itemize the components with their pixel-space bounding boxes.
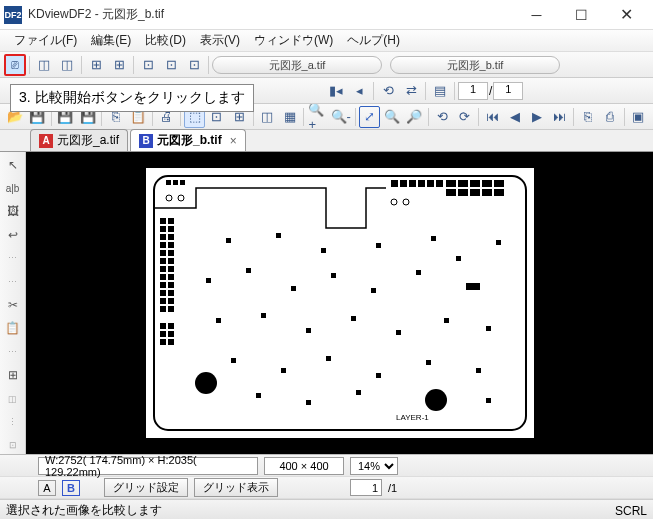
svg-rect-79 bbox=[426, 360, 431, 365]
svg-rect-37 bbox=[168, 266, 174, 272]
tool-icon[interactable]: ⊡ bbox=[137, 54, 159, 76]
tool-icon[interactable]: ⋮ bbox=[3, 413, 23, 430]
badge-a-icon: A bbox=[39, 134, 53, 148]
close-tab-icon[interactable]: × bbox=[230, 134, 237, 148]
grid-icon[interactable]: ⊞ bbox=[3, 367, 23, 384]
image-tool-icon[interactable]: 🖼 bbox=[3, 203, 23, 220]
cut-icon[interactable]: ✂ bbox=[3, 296, 23, 313]
zoom-icon[interactable]: 🔎 bbox=[403, 106, 424, 128]
tool-icon[interactable]: ▣ bbox=[628, 106, 649, 128]
grid-show-button[interactable]: グリッド表示 bbox=[194, 478, 278, 497]
file-tab-b[interactable]: 元図形_b.tif bbox=[390, 56, 560, 74]
zoom-out-icon[interactable]: 🔍- bbox=[330, 106, 352, 128]
page-total: 1 bbox=[493, 82, 523, 100]
svg-rect-38 bbox=[160, 274, 166, 280]
tool-icon[interactable]: ⊡ bbox=[160, 54, 182, 76]
tool-icon[interactable]: ⊞ bbox=[108, 54, 130, 76]
tool-icon[interactable]: ⋯ bbox=[3, 250, 23, 267]
tool-icon[interactable]: ⊡ bbox=[3, 437, 23, 454]
menu-help[interactable]: ヘルプ(H) bbox=[341, 30, 406, 51]
tool-icon[interactable]: ⋯ bbox=[3, 273, 23, 290]
text-tool-icon[interactable]: a|b bbox=[3, 179, 23, 196]
svg-rect-64 bbox=[331, 273, 336, 278]
page-toggle-icon[interactable]: ▤ bbox=[429, 80, 451, 102]
first-page-icon[interactable]: ▮◂ bbox=[325, 80, 347, 102]
svg-rect-16 bbox=[494, 180, 504, 187]
svg-rect-59 bbox=[456, 256, 461, 261]
tool-icon[interactable]: ▦ bbox=[279, 106, 300, 128]
maximize-button[interactable]: ☐ bbox=[559, 1, 604, 29]
tool-icon[interactable]: ◫ bbox=[33, 54, 55, 76]
rotate-icon[interactable]: ⟳ bbox=[454, 106, 475, 128]
nav-icon[interactable]: ⇄ bbox=[400, 80, 422, 102]
tool-icon[interactable]: ⎘ bbox=[577, 106, 598, 128]
nav-icon[interactable]: ⟲ bbox=[377, 80, 399, 102]
menu-edit[interactable]: 編集(E) bbox=[85, 30, 137, 51]
drawing-content: LAYER-1 bbox=[146, 168, 534, 438]
doc-tab-a[interactable]: A 元図形_a.tif bbox=[30, 129, 128, 151]
menu-file[interactable]: ファイル(F) bbox=[8, 30, 83, 51]
side-toolbar: ↖ a|b 🖼 ↩ ⋯ ⋯ ✂ 📋 ⋯ ⊞ ◫ ⋮ ⊡ bbox=[0, 152, 26, 454]
prev-page-icon[interactable]: ◂ bbox=[348, 80, 370, 102]
zoom-in-icon[interactable]: 🔍+ bbox=[307, 106, 328, 128]
a-button[interactable]: A bbox=[38, 480, 56, 496]
canvas[interactable]: LAYER-1 bbox=[26, 152, 653, 454]
svg-rect-26 bbox=[160, 226, 166, 232]
status-bar: 選択された画像を比較します SCRL bbox=[0, 499, 653, 519]
svg-rect-47 bbox=[168, 306, 174, 312]
page-current: 1 bbox=[458, 82, 488, 100]
first-icon[interactable]: ⏮ bbox=[482, 106, 503, 128]
svg-rect-78 bbox=[376, 373, 381, 378]
zoom-select[interactable]: 14% bbox=[350, 457, 398, 475]
svg-rect-12 bbox=[446, 180, 456, 187]
svg-rect-33 bbox=[168, 250, 174, 256]
tool-icon[interactable]: ⊞ bbox=[85, 54, 107, 76]
tool-icon[interactable]: ⎙ bbox=[600, 106, 621, 128]
file-tab-a[interactable]: 元図形_a.tif bbox=[212, 56, 382, 74]
tool-icon[interactable]: ◫ bbox=[257, 106, 278, 128]
svg-rect-19 bbox=[470, 189, 480, 196]
undo-icon[interactable]: ↩ bbox=[3, 226, 23, 243]
zoom-icon[interactable]: 🔍 bbox=[381, 106, 402, 128]
svg-rect-69 bbox=[261, 313, 266, 318]
clipboard-icon[interactable]: 📋 bbox=[3, 320, 23, 337]
b-button[interactable]: B bbox=[62, 480, 80, 496]
rotate-icon[interactable]: ⟲ bbox=[432, 106, 453, 128]
layer-label: LAYER-1 bbox=[396, 413, 429, 422]
menu-compare[interactable]: 比較(D) bbox=[139, 30, 192, 51]
compare-start-button[interactable]: ⎚ bbox=[4, 54, 26, 76]
svg-rect-15 bbox=[482, 180, 492, 187]
svg-rect-7 bbox=[400, 180, 407, 187]
minimize-button[interactable]: ─ bbox=[514, 1, 559, 29]
svg-rect-56 bbox=[321, 248, 326, 253]
pointer-icon[interactable]: ↖ bbox=[3, 156, 23, 173]
tool-icon[interactable]: ◫ bbox=[3, 390, 23, 407]
prev-icon[interactable]: ◀ bbox=[504, 106, 525, 128]
status-scrl: SCRL bbox=[615, 504, 647, 518]
menu-view[interactable]: 表示(V) bbox=[194, 30, 246, 51]
svg-rect-51 bbox=[168, 331, 174, 337]
fit-icon[interactable]: ⤢ bbox=[359, 106, 380, 128]
svg-rect-2 bbox=[173, 180, 178, 185]
window-title: KDviewDF2 - 元図形_b.tif bbox=[28, 6, 514, 23]
svg-rect-66 bbox=[416, 270, 421, 275]
grid-settings-button[interactable]: グリッド設定 bbox=[104, 478, 188, 497]
svg-rect-84 bbox=[306, 400, 311, 405]
close-button[interactable]: ✕ bbox=[604, 1, 649, 29]
svg-rect-46 bbox=[160, 306, 166, 312]
svg-rect-6 bbox=[391, 180, 398, 187]
svg-rect-36 bbox=[160, 266, 166, 272]
svg-rect-75 bbox=[231, 358, 236, 363]
tool-icon[interactable]: ⊡ bbox=[183, 54, 205, 76]
svg-rect-71 bbox=[351, 316, 356, 321]
page-input[interactable] bbox=[350, 479, 382, 496]
svg-rect-67 bbox=[466, 283, 480, 290]
tool-icon[interactable]: ⋯ bbox=[3, 343, 23, 360]
next-icon[interactable]: ▶ bbox=[527, 106, 548, 128]
tool-icon[interactable]: ◫ bbox=[56, 54, 78, 76]
menu-window[interactable]: ウィンドウ(W) bbox=[248, 30, 339, 51]
doc-tab-b[interactable]: B 元図形_b.tif × bbox=[130, 129, 246, 151]
last-icon[interactable]: ⏭ bbox=[549, 106, 570, 128]
svg-rect-86 bbox=[486, 398, 491, 403]
svg-rect-49 bbox=[168, 323, 174, 329]
